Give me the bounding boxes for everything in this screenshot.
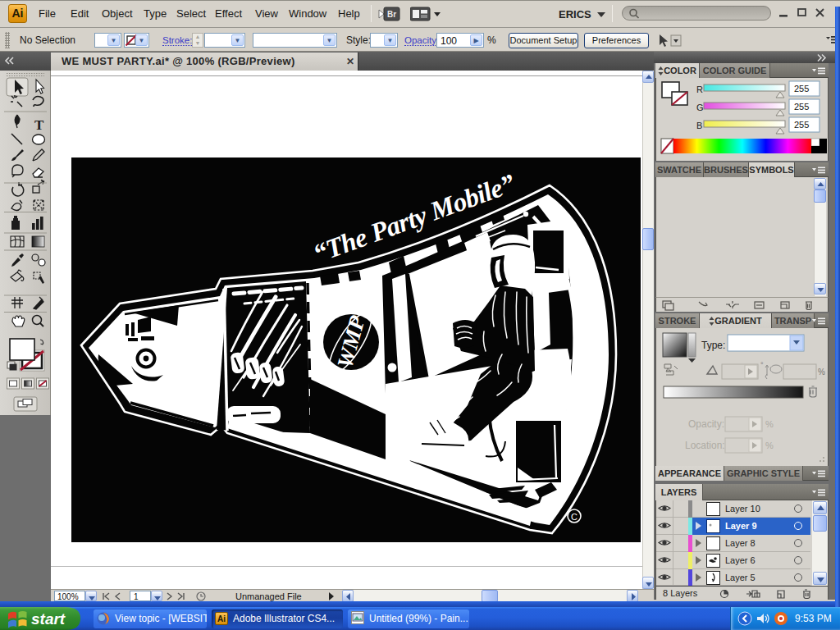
svg-text:%: % <box>818 368 825 377</box>
svg-text:Br: Br <box>387 10 396 19</box>
svg-text:°: ° <box>760 361 764 369</box>
svg-text:C: C <box>571 512 578 522</box>
svg-text:G: G <box>696 103 704 112</box>
svg-text:R: R <box>696 84 703 94</box>
svg-text:%: % <box>765 441 774 450</box>
svg-text:T: T <box>34 117 44 133</box>
svg-text:Type:: Type: <box>701 340 725 351</box>
svg-text:%: % <box>765 419 774 429</box>
svg-text:Location:: Location: <box>685 440 725 451</box>
svg-text:start: start <box>31 610 66 628</box>
svg-text:255: 255 <box>794 84 809 94</box>
svg-text:B: B <box>696 121 702 130</box>
svg-text:255: 255 <box>794 120 809 130</box>
svg-text:255: 255 <box>794 102 809 112</box>
svg-text:Opacity:: Opacity: <box>688 418 724 430</box>
